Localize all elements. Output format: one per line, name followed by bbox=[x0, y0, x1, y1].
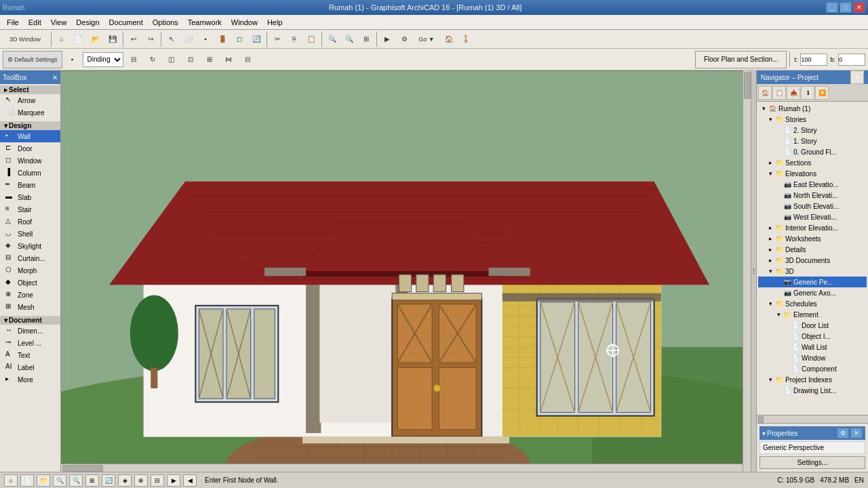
menu-teamwork[interactable]: Teamwork bbox=[184, 17, 226, 28]
tree-project-indexes[interactable]: ▾ 📁 Project Indexes bbox=[758, 374, 867, 385]
status-btn-3[interactable]: 📁 bbox=[37, 474, 50, 487]
status-btn-9[interactable]: ⊕ bbox=[134, 474, 148, 487]
tb2-icon6[interactable]: ⋈ bbox=[220, 51, 237, 68]
tree-door-list[interactable]: 📄 Door List bbox=[758, 320, 867, 331]
menu-view[interactable]: View bbox=[47, 17, 71, 28]
tree-elev-west[interactable]: 📷 West Elevati... bbox=[758, 211, 867, 222]
tb-render[interactable]: ▶ bbox=[379, 31, 395, 47]
section-design-header[interactable]: ▾Design bbox=[0, 121, 60, 130]
maximize-button[interactable]: □ bbox=[840, 2, 852, 13]
tool-shell[interactable]: ◡ Shell bbox=[0, 228, 60, 240]
tree-interior-elev[interactable]: ▸ 📁 Interior Elevatio... bbox=[758, 222, 867, 233]
tool-mesh[interactable]: ⊞ Mesh bbox=[0, 301, 60, 313]
tool-level[interactable]: ⊸ Level ... bbox=[0, 337, 60, 349]
tb-marquee[interactable]: ⬜ bbox=[180, 31, 197, 47]
tb2-icon5[interactable]: ⊞ bbox=[201, 51, 218, 68]
tree-element[interactable]: ▾ 📁 Element bbox=[758, 309, 867, 320]
tree-elev-east[interactable]: 📷 East Elevatio... bbox=[758, 179, 867, 190]
tool-dimen[interactable]: ↔ Dimen... bbox=[0, 325, 60, 337]
tool-more[interactable]: ▸ More bbox=[0, 373, 60, 386]
tool-door[interactable]: ⊏ Door bbox=[0, 142, 60, 155]
tb2-icon2[interactable]: ↻ bbox=[144, 51, 161, 68]
tb-cut[interactable]: ✂ bbox=[269, 31, 285, 47]
tb-window2[interactable]: ◻ bbox=[231, 31, 248, 47]
nav-project-btn[interactable]: 🏠 bbox=[758, 86, 772, 100]
nav-close-btn[interactable]: ✕ bbox=[850, 70, 864, 84]
floor-plan-btn[interactable]: Floor Plan and Section... bbox=[695, 51, 787, 68]
tree-component[interactable]: 📄 Component bbox=[758, 363, 867, 374]
tool-beam[interactable]: ━ Beam bbox=[0, 179, 60, 191]
scrollbar-vertical[interactable] bbox=[743, 70, 751, 472]
section-select-header[interactable]: ▸Select bbox=[0, 85, 60, 94]
minimize-button[interactable]: _ bbox=[826, 2, 838, 13]
menu-help[interactable]: Help bbox=[263, 17, 287, 28]
nav-scrollbar-h[interactable] bbox=[757, 415, 868, 423]
default-settings-btn[interactable]: ⚙ Default Settings bbox=[3, 51, 62, 68]
tree-3d[interactable]: ▾ 📁 3D bbox=[758, 266, 867, 277]
tb-go[interactable]: Go ▼ bbox=[413, 31, 440, 47]
menu-edit[interactable]: Edit bbox=[24, 17, 45, 28]
panel-splitter[interactable]: ⋮ bbox=[751, 70, 756, 472]
tree-sections[interactable]: ▸ 📁 Sections bbox=[758, 157, 867, 168]
settings-btn[interactable]: Settings... bbox=[760, 456, 865, 469]
tree-root[interactable]: ▾ 🏠 Rumah (1) bbox=[758, 103, 867, 114]
nav-info-btn[interactable]: ℹ bbox=[801, 86, 814, 100]
tb-home[interactable]: ⌂ bbox=[54, 31, 70, 47]
tree-wall-list[interactable]: 📄 Wall List bbox=[758, 342, 867, 352]
status-btn-12[interactable]: ◀ bbox=[183, 474, 197, 487]
window-controls[interactable]: _ □ ✕ bbox=[826, 2, 865, 13]
tree-elev-south[interactable]: 📷 South Elevati... bbox=[758, 201, 867, 211]
status-btn-11[interactable]: ▶ bbox=[167, 474, 180, 487]
tool-object[interactable]: ◆ Object bbox=[0, 277, 60, 289]
tool-skylight[interactable]: ◈ Skylight bbox=[0, 240, 60, 252]
nav-view-btn[interactable]: 📋 bbox=[772, 86, 786, 100]
tb-undo[interactable]: ↩ bbox=[125, 31, 142, 47]
coord-b-input[interactable] bbox=[838, 54, 865, 66]
tool-zone[interactable]: ⊕ Zone bbox=[0, 289, 60, 301]
tree-object-list[interactable]: 📄 Object I... bbox=[758, 331, 867, 342]
tool-slab[interactable]: ▬ Slab bbox=[0, 191, 60, 203]
menu-document[interactable]: Document bbox=[105, 17, 147, 28]
menu-options[interactable]: Options bbox=[149, 17, 182, 28]
tool-window[interactable]: ◻ Window bbox=[0, 155, 60, 167]
status-btn-1[interactable]: ⌂ bbox=[4, 474, 18, 487]
tree-schedules[interactable]: ▾ 📁 Schedules bbox=[758, 298, 867, 309]
tb-copy[interactable]: ⎘ bbox=[286, 31, 302, 47]
tb-paste[interactable]: 📋 bbox=[303, 31, 319, 47]
tb-select[interactable]: ↖ bbox=[163, 31, 180, 47]
canvas-area[interactable] bbox=[61, 70, 751, 472]
menu-window[interactable]: Window bbox=[227, 17, 262, 28]
tree-drawing-list[interactable]: 📄 Drawing List... bbox=[758, 385, 867, 396]
tool-text[interactable]: A Text bbox=[0, 349, 60, 361]
tree-window-list[interactable]: 📄 Window bbox=[758, 352, 867, 363]
tree-details[interactable]: ▸ 📁 Details bbox=[758, 244, 867, 255]
perspective-field[interactable]: Generic Perspective bbox=[760, 441, 865, 454]
wall-icon-btn[interactable]: ▪ bbox=[64, 51, 81, 68]
tb2-icon1[interactable]: ⊟ bbox=[125, 51, 142, 68]
tb-save[interactable]: 💾 bbox=[104, 31, 121, 47]
tree-generic-pe[interactable]: 📷 Generic Pe... bbox=[758, 277, 867, 287]
tb-open[interactable]: 📂 bbox=[87, 31, 104, 47]
tree-story-1[interactable]: 📄 1. Story bbox=[758, 136, 867, 146]
status-btn-7[interactable]: 🔄 bbox=[102, 474, 115, 487]
status-btn-5[interactable]: 🔍 bbox=[69, 474, 83, 487]
3d-window-btn[interactable]: 3D Window bbox=[1, 31, 49, 47]
tool-morph[interactable]: ⬡ Morph bbox=[0, 264, 60, 277]
tool-column[interactable]: ▐ Column bbox=[0, 167, 60, 179]
tree-worksheets[interactable]: ▸ 📁 Worksheets bbox=[758, 233, 867, 244]
tb-zoom-out[interactable]: 🔍 bbox=[341, 31, 357, 47]
tb2-icon4[interactable]: ⊡ bbox=[182, 51, 199, 68]
tb-door[interactable]: 🚪 bbox=[214, 31, 231, 47]
tool-stair[interactable]: ≡ Stair bbox=[0, 203, 60, 216]
nav-filter-btn[interactable]: 🔽 bbox=[815, 86, 829, 100]
tb-fit[interactable]: ⊞ bbox=[358, 31, 374, 47]
tree-story-0[interactable]: 📄 0. Ground Fl... bbox=[758, 146, 867, 157]
tree-elevations[interactable]: ▾ 📁 Elevations bbox=[758, 168, 867, 179]
menu-file[interactable]: File bbox=[3, 17, 23, 28]
tb-new[interactable]: 📄 bbox=[71, 31, 87, 47]
tb-zoom-in[interactable]: 🔍 bbox=[324, 31, 340, 47]
toolbox-close[interactable]: ✕ bbox=[52, 74, 58, 81]
tb-rotate[interactable]: 🔄 bbox=[248, 31, 264, 47]
tool-wall[interactable]: ▪ Wall bbox=[0, 130, 60, 142]
tool-label[interactable]: AI Label bbox=[0, 361, 60, 373]
